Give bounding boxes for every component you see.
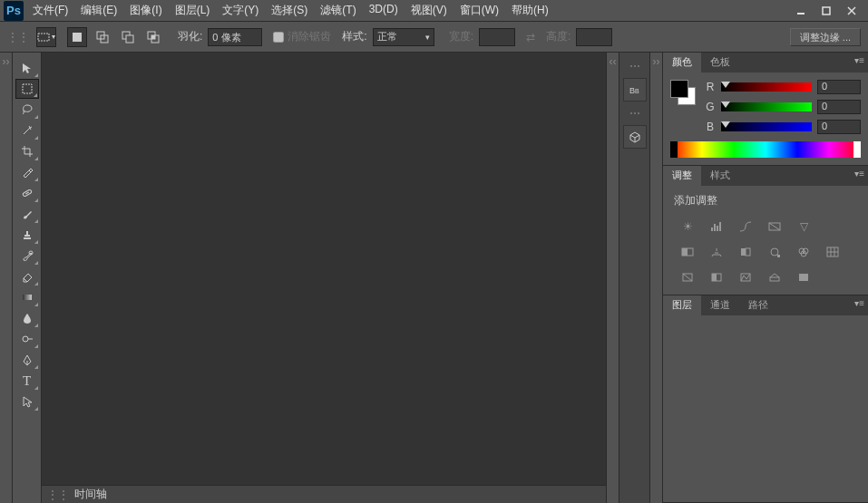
svg-rect-6 [97, 32, 104, 39]
exposure-icon[interactable] [765, 218, 785, 236]
status-grip[interactable]: ⋮⋮ [47, 488, 69, 501]
svg-point-33 [771, 248, 778, 256]
svg-rect-32 [746, 248, 750, 256]
foreground-color[interactable] [670, 80, 688, 98]
g-slider[interactable] [721, 102, 812, 111]
crop-tool-icon[interactable] [15, 141, 39, 161]
maximize-button[interactable] [814, 2, 839, 20]
stamp-tool-icon[interactable] [15, 225, 39, 245]
brightness-icon[interactable]: ☀ [678, 218, 697, 236]
levels-icon[interactable] [707, 218, 727, 236]
selection-intersect-icon[interactable] [143, 27, 163, 47]
selection-new-icon[interactable] [67, 27, 87, 47]
timeline-label[interactable]: 时间轴 [74, 487, 107, 502]
tab-styles[interactable]: 样式 [701, 166, 739, 186]
tool-preset-icon[interactable]: ▾ [36, 27, 56, 47]
menu-filter[interactable]: 滤镜(T) [315, 0, 361, 21]
svg-rect-8 [122, 32, 130, 39]
r-value[interactable]: 0 [817, 80, 861, 94]
threshold-icon[interactable] [736, 268, 756, 286]
antialias-checkbox[interactable]: 消除锯齿 [273, 29, 331, 44]
feather-input[interactable]: 0 像素 [208, 28, 262, 46]
gradient-map-icon[interactable] [765, 268, 785, 286]
r-slider[interactable] [721, 82, 812, 92]
mid-grip-2[interactable]: ⋯ [629, 107, 640, 120]
menu-select[interactable]: 选择(S) [266, 0, 313, 21]
eyedropper-tool-icon[interactable] [15, 162, 39, 182]
canvas[interactable] [42, 53, 606, 485]
refine-edge-button[interactable]: 调整边缘 ... [790, 28, 861, 46]
path-select-tool-icon[interactable] [15, 392, 39, 411]
minimize-button[interactable] [788, 2, 814, 20]
layers-body[interactable] [663, 315, 868, 469]
tab-swatches[interactable]: 色板 [701, 53, 739, 73]
posterize-icon[interactable] [707, 268, 727, 286]
tab-adjust[interactable]: 调整 [663, 166, 701, 186]
blur-tool-icon[interactable] [15, 308, 39, 328]
svg-rect-38 [827, 247, 838, 256]
selection-subtract-icon[interactable] [118, 27, 138, 47]
tab-layers[interactable]: 图层 [663, 295, 701, 315]
invert-icon[interactable] [678, 268, 697, 286]
selection-add-icon[interactable] [93, 27, 112, 47]
move-tool-icon[interactable] [15, 58, 39, 78]
svg-rect-34 [777, 255, 780, 257]
type-tool-icon[interactable]: T [15, 371, 39, 391]
character-panel-icon[interactable]: BB [623, 78, 647, 102]
menu-layer[interactable]: 图层(L) [170, 0, 216, 21]
b-slider[interactable] [721, 122, 812, 131]
hue-icon[interactable] [678, 243, 697, 261]
style-select[interactable]: 正常▾ [373, 28, 434, 46]
g-label: G [705, 101, 716, 113]
brush-tool-icon[interactable] [15, 204, 39, 224]
channel-mixer-icon[interactable] [794, 243, 814, 261]
foreground-background-swatch[interactable] [670, 80, 696, 105]
color-lookup-icon[interactable] [823, 243, 843, 261]
bw-icon[interactable] [736, 243, 756, 261]
marquee-tool-icon[interactable] [15, 79, 39, 99]
gradient-tool-icon[interactable] [15, 287, 39, 307]
color-balance-icon[interactable] [707, 243, 727, 261]
history-brush-tool-icon[interactable] [15, 246, 39, 266]
heal-tool-icon[interactable] [15, 183, 39, 203]
mid-grip-1[interactable]: ⋯ [629, 60, 640, 73]
antialias-check-input[interactable] [273, 32, 284, 43]
b-value[interactable]: 0 [817, 120, 861, 134]
right-panels: 颜色 色板 ▾≡ R 0 [662, 53, 868, 503]
options-grip[interactable]: ⋮⋮ [7, 31, 29, 44]
selective-color-icon[interactable] [794, 268, 814, 286]
menu-file[interactable]: 文件(F) [27, 0, 73, 21]
svg-rect-27 [769, 223, 780, 230]
eraser-tool-icon[interactable] [15, 266, 39, 286]
menu-window[interactable]: 窗口(W) [454, 0, 504, 21]
tab-paths[interactable]: 路径 [739, 295, 777, 315]
dock-collapse-left[interactable]: ‹‹ [606, 53, 619, 503]
adjustments-panel: 调整 样式 ▾≡ 添加调整 ☀ ▽ [663, 166, 868, 295]
menu-help[interactable]: 帮助(H) [506, 0, 554, 21]
svg-rect-46 [770, 277, 779, 281]
dodge-tool-icon[interactable] [15, 329, 39, 349]
photo-filter-icon[interactable] [765, 243, 785, 261]
menu-type[interactable]: 文字(Y) [217, 0, 264, 21]
curves-icon[interactable] [736, 218, 756, 236]
g-value[interactable]: 0 [817, 100, 861, 114]
color-panel-menu-icon[interactable]: ▾≡ [854, 55, 864, 65]
color-spectrum[interactable] [670, 141, 861, 158]
window-controls [788, 2, 864, 20]
layers-panel-menu-icon[interactable]: ▾≡ [854, 298, 864, 308]
menu-view[interactable]: 视图(V) [405, 0, 453, 21]
3d-panel-icon[interactable] [623, 125, 647, 149]
pen-tool-icon[interactable] [15, 350, 39, 370]
menu-image[interactable]: 图像(I) [124, 0, 167, 21]
adjust-panel-menu-icon[interactable]: ▾≡ [854, 169, 864, 179]
vibrance-icon[interactable]: ▽ [794, 218, 814, 236]
tab-channels[interactable]: 通道 [701, 295, 739, 315]
toolbox-collapse-handle[interactable]: ›› [0, 53, 13, 503]
menu-3d[interactable]: 3D(D) [364, 0, 404, 21]
dock-collapse-right[interactable]: ›› [649, 53, 662, 503]
wand-tool-icon[interactable] [15, 121, 39, 140]
tab-color[interactable]: 颜色 [663, 53, 701, 73]
close-button[interactable] [839, 2, 864, 20]
lasso-tool-icon[interactable] [15, 100, 39, 120]
menu-edit[interactable]: 编辑(E) [75, 0, 122, 21]
